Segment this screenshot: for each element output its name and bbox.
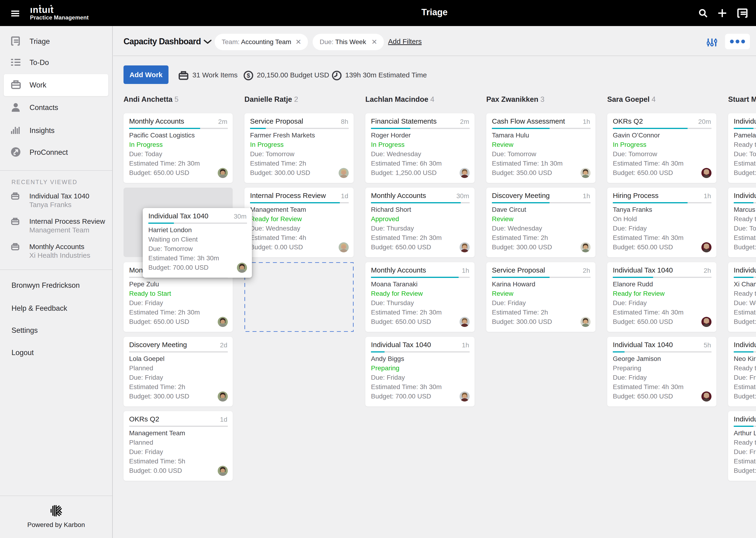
svg-text:$: $ (247, 72, 250, 79)
